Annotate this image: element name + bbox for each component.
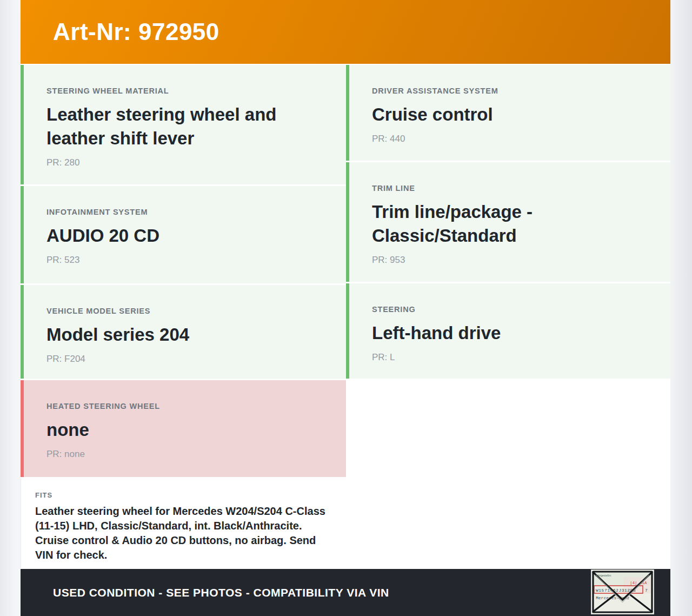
vehicle-registration-envelope-image: Fahrgestellnr. |4| AiA W1571462J31298 7 … [591,569,654,614]
fits-section: FITS Leather steering wheel for Mercedes… [21,479,346,568]
condition-footer: USED CONDITION - SEE PHOTOS - COMPATIBIL… [21,569,670,616]
spec-value: Trim line/package - Classic/Standard [372,200,649,248]
article-number-title: Art-Nr: 972950 [53,18,219,45]
spec-pr-code: PR: 523 [46,255,324,266]
spec-pr-code: PR: L [372,352,649,363]
spec-pr-code: PR: F204 [46,354,324,365]
spec-value: Cruise control [372,103,649,127]
card-infotainment-system: INFOTAINMENT SYSTEM AUDIO 20 CD PR: 523 [21,186,346,283]
vin-suffix: 7 [645,588,648,593]
spec-label: VEHICLE MODEL SERIES [46,307,324,315]
spec-label: STEERING [372,305,649,314]
spec-value: AUDIO 20 CD [46,224,324,248]
card-vehicle-model-series: VEHICLE MODEL SERIES Model series 204 PR… [21,285,346,379]
card-driver-assistance-system: DRIVER ASSISTANCE SYSTEM Cruise control … [346,65,670,161]
article-header: Art-Nr: 972950 [21,0,670,64]
spec-pr-code: PR: 440 [372,134,649,144]
spec-value: Model series 204 [46,323,324,347]
spec-column-left: STEERING WHEEL MATERIAL Leather steering… [21,65,346,569]
card-steering: STEERING Left-hand drive PR: L [346,283,670,379]
fits-label: FITS [35,491,331,499]
spec-label: INFOTAINMENT SYSTEM [46,208,324,216]
spec-column-right: DRIVER ASSISTANCE SYSTEM Cruise control … [346,65,670,569]
spec-value: Left-hand drive [372,321,649,345]
condition-note: USED CONDITION - SEE PHOTOS - COMPATIBIL… [53,586,389,599]
spec-card-grid: STEERING WHEEL MATERIAL Leather steering… [21,64,670,569]
spec-label: DRIVER ASSISTANCE SYSTEM [372,87,649,95]
spec-pr-code: PR: 953 [372,255,649,266]
spec-label: TRIM LINE [372,184,649,193]
spec-label: HEATED STEERING WHEEL [46,402,324,410]
card-heated-steering-wheel: HEATED STEERING WHEEL none PR: none [21,380,346,477]
spec-pr-code: PR: 280 [46,157,324,168]
spec-value: Leather steering wheel and leather shift… [46,103,324,150]
fits-description: Leather steering wheel for Mercedes W204… [35,504,331,562]
spec-value: none [46,418,324,442]
card-steering-wheel-material: STEERING WHEEL MATERIAL Leather steering… [21,65,346,184]
card-trim-line: TRIM LINE Trim line/package - Classic/St… [346,162,670,282]
product-spec-sheet: Art-Nr: 972950 STEERING WHEEL MATERIAL L… [21,0,670,616]
spec-label: STEERING WHEEL MATERIAL [46,87,324,95]
spec-pr-code: PR: none [46,449,324,460]
